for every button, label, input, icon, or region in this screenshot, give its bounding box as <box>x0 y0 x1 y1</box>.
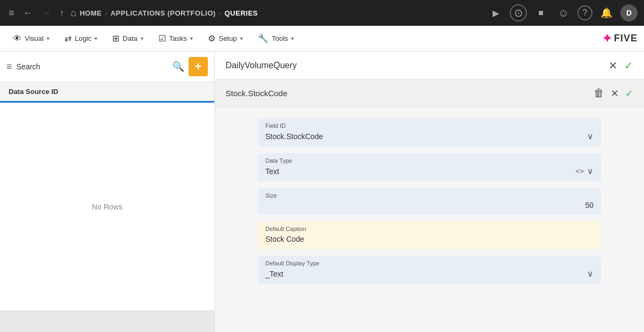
setup-chevron: ▾ <box>240 35 243 41</box>
data-chevron: ▾ <box>141 35 143 41</box>
five-logo-text: FIVE <box>614 33 638 44</box>
code-icon: <> <box>576 167 584 175</box>
default-display-type-value: _Text <box>265 270 283 278</box>
default-caption-row: Stock Code <box>265 234 594 244</box>
robot-icon[interactable]: ☺ <box>555 4 572 21</box>
visual-label: Visual <box>25 34 44 42</box>
default-display-type-row: _Text ∨ <box>265 269 594 279</box>
logic-label: Logic <box>75 34 91 42</box>
search-circle-icon[interactable]: ⊙ <box>510 4 527 21</box>
tasks-chevron: ▾ <box>190 35 193 41</box>
default-caption-group: Default Caption Stock Code <box>258 221 601 249</box>
search-input[interactable] <box>17 62 168 71</box>
add-button[interactable]: + <box>189 57 208 76</box>
display-type-chevron-down: ∨ <box>587 269 594 279</box>
play-icon[interactable]: ▶ <box>487 4 504 21</box>
panel-close-icon[interactable]: ✕ <box>609 59 618 72</box>
data-label: Data <box>122 34 137 42</box>
sub-panel-delete-icon[interactable]: 🗑 <box>594 87 604 99</box>
nav-right: ▶ ⊙ ■ ☺ ? 🔔 D <box>487 4 638 21</box>
panel-check-icon[interactable]: ✓ <box>624 59 633 72</box>
default-caption-label: Default Caption <box>265 226 594 232</box>
tools-chevron: ▾ <box>291 35 294 41</box>
panel-title: DailyVolumeQuery <box>226 61 609 70</box>
setup-label: Setup <box>219 34 237 42</box>
user-avatar[interactable]: D <box>620 4 638 21</box>
sub-panel-close-icon[interactable]: ✕ <box>611 88 619 99</box>
sub-panel-header: Stock.StockCode 🗑 ✕ ✓ <box>215 80 644 107</box>
data-type-value: Text <box>265 167 279 176</box>
menu-visual[interactable]: 👁 Visual ▾ <box>6 31 56 47</box>
logic-chevron: ▾ <box>95 35 97 41</box>
up-icon[interactable]: ↑ <box>57 5 67 21</box>
field-id-dropdown[interactable]: ∨ <box>587 131 594 141</box>
menu-tasks[interactable]: ☑ Tasks ▾ <box>152 30 199 47</box>
breadcrumb-queries[interactable]: QUERIES <box>225 9 258 17</box>
right-panel: DailyVolumeQuery ✕ ✓ Stock.StockCode 🗑 ✕… <box>215 52 644 332</box>
sub-panel-title: Stock.StockCode <box>226 89 594 98</box>
left-sidebar: ≡ 🔍 + Data Source ID No Rows <box>0 52 215 332</box>
default-display-type-label: Default Display Type <box>265 260 594 266</box>
data-icon: ⊞ <box>112 33 119 44</box>
back-icon[interactable]: ← <box>21 5 35 21</box>
five-logo: ✦ FIVE <box>602 32 638 46</box>
five-logo-star: ✦ <box>602 32 612 46</box>
breadcrumb-apps[interactable]: APPLICATIONS (PORTFOLIO) <box>111 9 216 17</box>
panel-header: DailyVolumeQuery ✕ ✓ <box>215 52 644 80</box>
size-value: 50 <box>265 201 594 210</box>
sub-panel-check-icon[interactable]: ✓ <box>625 88 633 99</box>
sidebar-footer <box>0 311 214 332</box>
logic-icon: ⇄ <box>64 33 71 44</box>
menu-icon[interactable]: ≡ <box>6 5 17 21</box>
menu-bar: 👁 Visual ▾ ⇄ Logic ▾ ⊞ Data ▾ ☑ Tasks ▾ … <box>0 26 644 52</box>
field-id-row: Stock.StockCode ∨ <box>265 131 594 141</box>
data-type-chevron-down: ∨ <box>587 166 594 176</box>
default-caption-value: Stock Code <box>265 235 304 243</box>
tasks-icon: ☑ <box>158 33 166 44</box>
default-display-type-group: Default Display Type _Text ∨ <box>258 256 601 284</box>
chevron-down-icon: ∨ <box>587 131 594 141</box>
stop-icon[interactable]: ■ <box>532 4 549 21</box>
setup-icon: ⚙ <box>208 33 215 44</box>
data-type-row: Text <> ∨ <box>265 166 594 176</box>
size-group: Size 50 <box>258 188 601 215</box>
menu-data[interactable]: ⊞ Data ▾ <box>106 30 149 47</box>
panel-header-actions: ✕ ✓ <box>609 59 633 72</box>
sidebar-column-header: Data Source ID <box>0 82 214 103</box>
data-type-label: Data Type <box>265 157 594 164</box>
visual-chevron: ▾ <box>47 35 49 41</box>
size-label: Size <box>265 192 594 199</box>
data-type-actions[interactable]: <> ∨ <box>576 166 594 176</box>
search-bar: ≡ 🔍 + <box>0 52 214 82</box>
menu-tools[interactable]: 🔧 Tools ▾ <box>251 30 300 47</box>
data-type-group: Data Type Text <> ∨ <box>258 153 601 182</box>
field-id-label: Field ID <box>265 122 594 129</box>
filter-icon: ≡ <box>6 61 12 73</box>
no-rows-label: No Rows <box>0 103 214 311</box>
menu-logic[interactable]: ⇄ Logic ▾ <box>58 30 104 47</box>
default-display-type-dropdown[interactable]: ∨ <box>587 269 594 279</box>
top-nav: ≡ ← → ↑ ⌂ HOME › APPLICATIONS (PORTFOLIO… <box>0 0 644 26</box>
menu-setup[interactable]: ⚙ Setup ▾ <box>201 30 249 47</box>
help-icon[interactable]: ? <box>577 5 592 20</box>
breadcrumb: ⌂ HOME › APPLICATIONS (PORTFOLIO) › QUER… <box>71 8 483 19</box>
tools-icon: 🔧 <box>258 33 269 44</box>
breadcrumb-sep-2: › <box>219 9 221 17</box>
bell-icon[interactable]: 🔔 <box>598 4 615 21</box>
field-id-value: Stock.StockCode <box>265 132 323 141</box>
sub-panel-actions: 🗑 ✕ ✓ <box>594 87 633 99</box>
forward-icon[interactable]: → <box>39 5 53 21</box>
breadcrumb-sep-1: › <box>105 9 107 17</box>
home-icon: ⌂ <box>71 8 77 19</box>
tools-label: Tools <box>272 34 288 42</box>
form-area: Field ID Stock.StockCode ∨ Data Type Tex… <box>215 107 644 332</box>
breadcrumb-home[interactable]: HOME <box>79 9 102 17</box>
field-id-group: Field ID Stock.StockCode ∨ <box>258 118 601 147</box>
search-mag-icon[interactable]: 🔍 <box>172 61 184 73</box>
visual-icon: 👁 <box>13 34 21 44</box>
main-layout: ≡ 🔍 + Data Source ID No Rows DailyVolume… <box>0 52 644 332</box>
tasks-label: Tasks <box>169 34 187 42</box>
